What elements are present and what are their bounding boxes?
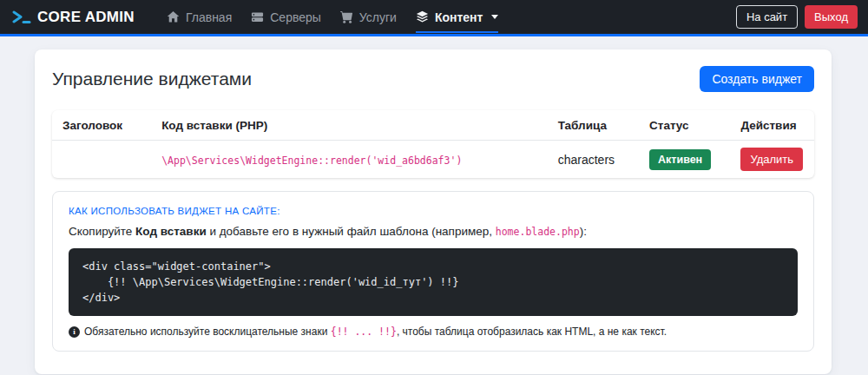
- nav-item-services[interactable]: Услуги: [340, 2, 397, 33]
- help-heading: КАК ИСПОЛЬЗОВАТЬ ВИДЖЕТ НА САЙТЕ:: [69, 206, 798, 216]
- nav-item-content[interactable]: Контент: [416, 2, 499, 33]
- help-note: iОбязательно используйте восклицательные…: [69, 326, 798, 338]
- nav-item-home[interactable]: Главная: [167, 2, 232, 33]
- nav-item-label: Серверы: [270, 10, 321, 24]
- nav-item-label: Услуги: [359, 10, 397, 24]
- terminal-icon: [12, 10, 31, 24]
- chevron-down-icon: [491, 15, 498, 19]
- brand-logo[interactable]: CORE ADMIN: [12, 9, 135, 26]
- logout-button[interactable]: Выход: [805, 5, 858, 29]
- to-site-button[interactable]: На сайт: [736, 5, 798, 29]
- code-line: {!! \App\Services\WidgetEngine::render('…: [82, 274, 784, 290]
- navbar-right: На сайт Выход: [736, 5, 858, 29]
- table-row: \App\Services\WidgetEngine::render('wid_…: [52, 141, 814, 179]
- col-header-status: Статус: [639, 110, 730, 141]
- cell-title: [52, 141, 151, 179]
- brand-text: CORE ADMIN: [37, 9, 135, 26]
- col-header-code: Код вставки (PHP): [151, 110, 548, 141]
- note-code-snippet: {!! ... !!}: [331, 326, 397, 338]
- help-intro: Скопируйте Код вставки и добавьте его в …: [69, 225, 798, 238]
- cell-table: characters: [548, 141, 639, 179]
- status-badge: Активен: [649, 149, 711, 170]
- nav-item-servers[interactable]: Серверы: [251, 2, 321, 33]
- nav-item-label: Контент: [435, 10, 483, 24]
- template-filename-code: home.blade.php: [496, 226, 580, 238]
- code-line: <div class="widget-container">: [82, 259, 784, 274]
- col-header-actions: Действия: [730, 110, 814, 141]
- page-title: Управление виджетами: [52, 69, 252, 89]
- cell-embed-code: \App\Services\WidgetEngine::render('wid_…: [161, 155, 462, 167]
- widgets-card: Управление виджетами Создать виджет Заго…: [35, 49, 832, 374]
- example-code-block: <div class="widget-container"> {!! \App\…: [69, 248, 798, 316]
- nav-item-label: Главная: [186, 10, 232, 24]
- page-content: Управление виджетами Создать виджет Заго…: [0, 49, 868, 374]
- delete-button[interactable]: Удалить: [740, 148, 803, 171]
- card-header: Управление виджетами Создать виджет: [52, 66, 814, 94]
- code-line: </div>: [82, 290, 784, 306]
- table-header-row: Заголовок Код вставки (PHP) Таблица Стат…: [52, 110, 814, 141]
- server-icon: [251, 10, 264, 23]
- home-icon: [167, 10, 180, 23]
- navbar-left: CORE ADMIN Главная Серверы: [12, 0, 508, 34]
- layers-icon: [416, 10, 429, 23]
- col-header-title: Заголовок: [52, 110, 151, 141]
- col-header-table: Таблица: [548, 110, 639, 141]
- create-widget-button[interactable]: Создать виджет: [700, 66, 814, 92]
- usage-help-box: КАК ИСПОЛЬЗОВАТЬ ВИДЖЕТ НА САЙТЕ: Скопир…: [52, 191, 814, 352]
- widgets-table: Заголовок Код вставки (PHP) Таблица Стат…: [52, 110, 814, 178]
- cart-icon: [340, 10, 353, 23]
- help-intro-bold: Код вставки: [135, 225, 207, 238]
- navbar: CORE ADMIN Главная Серверы: [0, 0, 868, 36]
- info-icon: i: [69, 326, 80, 338]
